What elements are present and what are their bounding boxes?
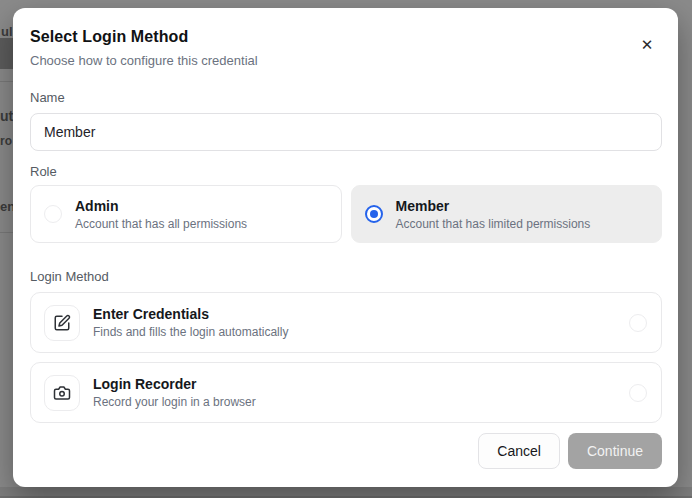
background-text-fragment: ro — [0, 134, 12, 148]
radio-icon[interactable] — [44, 205, 62, 223]
role-option-member[interactable]: Member Account that has limited permissi… — [351, 185, 663, 243]
background-banner-fragment — [0, 38, 14, 69]
login-method-option-login-recorder[interactable]: Login Recorder Record your login in a br… — [30, 362, 662, 423]
cancel-button[interactable]: Cancel — [478, 433, 560, 469]
edit-icon — [44, 305, 80, 341]
name-field-group: Name — [30, 90, 662, 151]
radio-icon[interactable] — [629, 384, 647, 402]
role-options: Admin Account that has all permissions M… — [30, 185, 662, 243]
background-divider — [0, 232, 14, 233]
login-method-option-enter-credentials[interactable]: Enter Credentials Finds and fills the lo… — [30, 292, 662, 353]
dialog-title: Select Login Method — [30, 28, 662, 46]
name-input[interactable] — [30, 113, 662, 151]
login-method-title: Login Recorder — [93, 376, 256, 392]
role-option-title: Admin — [75, 198, 247, 214]
role-option-description: Account that has limited permissions — [396, 217, 591, 231]
select-login-method-dialog: Select Login Method Choose how to config… — [13, 8, 678, 487]
background-divider — [0, 81, 14, 82]
role-group: Role Admin Account that has all permissi… — [30, 164, 662, 243]
radio-icon[interactable] — [629, 314, 647, 332]
login-method-label: Login Method — [30, 269, 662, 284]
role-option-description: Account that has all permissions — [75, 217, 247, 231]
camera-icon — [44, 375, 80, 411]
dialog-footer: Cancel Continue — [478, 433, 662, 469]
login-method-title: Enter Credentials — [93, 306, 288, 322]
role-option-admin[interactable]: Admin Account that has all permissions — [30, 185, 342, 243]
login-method-group: Login Method Enter Credentials Finds and… — [30, 269, 662, 423]
background-text-fragment: ut — [0, 108, 13, 124]
continue-button[interactable]: Continue — [568, 433, 662, 469]
dialog-subtitle: Choose how to configure this credential — [30, 53, 662, 68]
login-method-description: Record your login in a browser — [93, 395, 256, 409]
background-bottom-strip — [0, 487, 692, 498]
role-label: Role — [30, 164, 662, 179]
login-method-description: Finds and fills the login automatically — [93, 325, 288, 339]
role-option-title: Member — [396, 198, 591, 214]
name-label: Name — [30, 90, 662, 105]
background-text-fragment: ul — [1, 24, 13, 39]
close-icon[interactable]: ✕ — [638, 36, 656, 54]
radio-checked-icon[interactable] — [365, 205, 383, 223]
